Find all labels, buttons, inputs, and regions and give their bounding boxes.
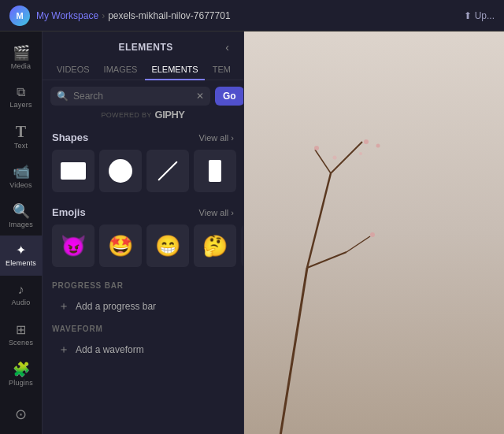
svg-rect-0 bbox=[244, 32, 504, 434]
emoji-item-3[interactable]: 🤔 bbox=[194, 224, 236, 267]
emojis-section-header: Emojis View all › bbox=[43, 202, 243, 221]
search-go-button[interactable]: Go bbox=[215, 87, 244, 106]
giphy-powered-by: POWERED BY bbox=[102, 111, 152, 119]
upload-label: Up... bbox=[475, 10, 495, 21]
tab-videos[interactable]: VIDEOS bbox=[50, 60, 96, 80]
elements-icon: ✦ bbox=[16, 244, 26, 257]
emoji-item-1[interactable]: 🤩 bbox=[99, 224, 142, 267]
emoji-item-0[interactable]: 😈 bbox=[52, 224, 94, 267]
giphy-logo: GIPHY bbox=[155, 109, 185, 121]
panel-header: ELEMENTS ‹ bbox=[43, 32, 243, 60]
shapes-title: Shapes bbox=[52, 132, 88, 143]
add-progress-bar-button[interactable]: ＋ Add a progress bar bbox=[49, 293, 237, 320]
sidebar-label-layers: Layers bbox=[9, 101, 32, 109]
shapes-row bbox=[43, 147, 243, 202]
breadcrumb-sep: › bbox=[102, 10, 105, 21]
workspace-link[interactable]: My Workspace bbox=[36, 10, 98, 21]
panel-tabs: VIDEOS IMAGES ELEMENTS TEM bbox=[43, 60, 243, 80]
svg-point-9 bbox=[370, 232, 375, 237]
svg-point-10 bbox=[333, 156, 337, 160]
topbar: M My Workspace › pexels-mikhail-nilov-76… bbox=[0, 0, 504, 32]
shape-circle-item[interactable] bbox=[99, 150, 142, 192]
text-icon: T bbox=[16, 124, 26, 139]
videos-icon: 📹 bbox=[13, 165, 30, 179]
emoji-item-2[interactable]: 😁 bbox=[146, 224, 189, 267]
avatar: M bbox=[9, 6, 30, 26]
progress-bar-section-label: PROGRESS BAR bbox=[43, 276, 243, 293]
sidebar-label-videos: Videos bbox=[9, 181, 32, 189]
sidebar-label-elements: Elements bbox=[6, 259, 36, 267]
main-layout: 🎬 Media ⧉ Layers T Text 📹 Videos 🔍 Image… bbox=[0, 32, 504, 434]
filename-label: pexels-mikhail-nilov-7677701 bbox=[108, 10, 230, 21]
layers-icon: ⧉ bbox=[17, 86, 25, 98]
sidebar-item-videos[interactable]: 📹 Videos bbox=[0, 157, 43, 196]
shape-small-rect bbox=[209, 160, 221, 182]
sidebar-label-plugins: Plugins bbox=[9, 379, 33, 387]
sidebar-item-plugins[interactable]: 🧩 Plugins bbox=[0, 354, 43, 394]
sidebar-item-text[interactable]: T Text bbox=[0, 117, 43, 157]
emoji-item-4[interactable] bbox=[241, 224, 243, 267]
topbar-actions: ⬆ Up... bbox=[464, 10, 495, 21]
panel-collapse-button[interactable]: ‹ bbox=[222, 39, 232, 55]
plus-icon-waveform: ＋ bbox=[58, 343, 69, 357]
breadcrumb: My Workspace › pexels-mikhail-nilov-7677… bbox=[36, 10, 231, 21]
shape-small-rect-item[interactable] bbox=[194, 150, 236, 192]
add-waveform-label: Add a waveform bbox=[76, 344, 144, 355]
images-icon: 🔍 bbox=[13, 204, 30, 218]
record-icon: ⊙ bbox=[15, 407, 27, 421]
canvas-area bbox=[244, 32, 504, 434]
add-progress-bar-label: Add a progress bar bbox=[76, 301, 156, 312]
search-icon: 🔍 bbox=[57, 91, 69, 102]
sidebar-item-media[interactable]: 🎬 Media bbox=[0, 38, 43, 77]
plugins-icon: 🧩 bbox=[13, 362, 30, 377]
svg-point-11 bbox=[359, 152, 362, 155]
sidebar-item-scenes[interactable]: ⊞ Scenes bbox=[0, 315, 43, 354]
scenes-icon: ⊞ bbox=[16, 324, 26, 336]
elements-panel: ELEMENTS ‹ VIDEOS IMAGES ELEMENTS TEM 🔍 … bbox=[43, 32, 244, 434]
search-input[interactable] bbox=[73, 91, 191, 102]
tab-images[interactable]: IMAGES bbox=[98, 60, 144, 80]
sidebar-label-images: Images bbox=[9, 221, 33, 228]
sidebar-label-scenes: Scenes bbox=[9, 339, 33, 347]
shape-line-item[interactable] bbox=[146, 150, 189, 192]
giphy-credit: POWERED BY GIPHY bbox=[43, 109, 243, 121]
shapes-section-header: Shapes View all › bbox=[43, 127, 243, 147]
sidebar-item-record[interactable]: ⊙ bbox=[0, 395, 43, 434]
sidebar-item-audio[interactable]: ♪ Audio bbox=[0, 276, 43, 315]
left-sidebar: 🎬 Media ⧉ Layers T Text 📹 Videos 🔍 Image… bbox=[0, 32, 43, 434]
emojis-view-all[interactable]: View all › bbox=[199, 208, 234, 217]
svg-point-12 bbox=[376, 144, 380, 148]
media-icon: 🎬 bbox=[13, 46, 30, 60]
plus-icon-progress: ＋ bbox=[58, 299, 69, 313]
sidebar-label-text: Text bbox=[14, 142, 28, 150]
sidebar-item-elements[interactable]: ✦ Elements bbox=[0, 236, 43, 275]
emojis-title: Emojis bbox=[52, 206, 86, 218]
waveform-section-label: WAVEFORM bbox=[43, 320, 243, 336]
sidebar-item-images[interactable]: 🔍 Images bbox=[0, 196, 43, 236]
shape-rect-item[interactable] bbox=[52, 150, 94, 192]
svg-point-8 bbox=[314, 146, 319, 150]
search-clear-button[interactable]: ✕ bbox=[196, 91, 204, 102]
shape-line bbox=[158, 161, 177, 180]
emojis-row: 😈 🤩 😁 🤔 bbox=[43, 221, 243, 276]
tab-elements[interactable]: ELEMENTS bbox=[145, 60, 204, 80]
shapes-view-all[interactable]: View all › bbox=[199, 133, 234, 143]
audio-icon: ♪ bbox=[18, 284, 24, 296]
upload-button[interactable]: ⬆ Up... bbox=[464, 10, 495, 21]
sidebar-label-audio: Audio bbox=[11, 299, 30, 306]
sidebar-item-layers[interactable]: ⧉ Layers bbox=[0, 77, 43, 117]
search-input-wrap: 🔍 ✕ bbox=[50, 87, 210, 106]
svg-point-7 bbox=[364, 139, 369, 144]
shape-circle bbox=[109, 159, 132, 183]
upload-icon: ⬆ bbox=[464, 10, 472, 21]
tab-tem[interactable]: TEM bbox=[206, 60, 237, 80]
add-waveform-button[interactable]: ＋ Add a waveform bbox=[49, 336, 237, 363]
shape-rect bbox=[61, 162, 86, 180]
search-bar: 🔍 ✕ Go bbox=[50, 87, 235, 106]
canvas-preview bbox=[244, 32, 504, 434]
sidebar-label-media: Media bbox=[11, 62, 32, 70]
panel-title: ELEMENTS bbox=[69, 42, 222, 53]
panel-content: Shapes View all › Emojis bbox=[43, 127, 243, 434]
